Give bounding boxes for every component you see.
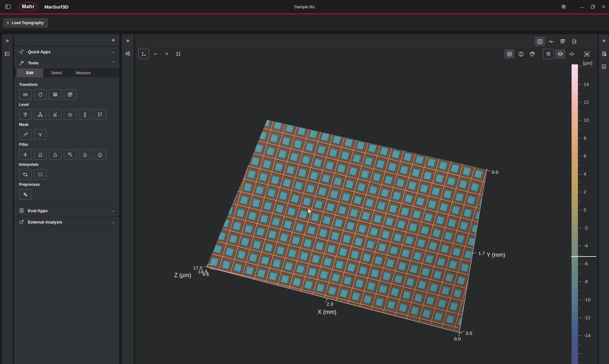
section-eval-apps[interactable]: Eval Apps ⌄ xyxy=(14,205,119,216)
tool-compress[interactable] xyxy=(19,149,32,160)
collapse-left-icon[interactable]: « xyxy=(112,37,115,43)
surface-mesh[interactable] xyxy=(206,120,486,332)
marsurf3d-window: Mahr MarSurf3D Sample.fits + Load Topogr… xyxy=(0,0,609,364)
group-transform xyxy=(19,89,114,100)
tool-threshold-mask[interactable] xyxy=(34,129,47,140)
expand-panel-icon[interactable]: » xyxy=(122,34,134,47)
tool-draw-mask[interactable] xyxy=(19,129,32,140)
z-axis-tick-mid: 4.6 xyxy=(202,271,209,277)
tool-rail: » xyxy=(122,34,134,364)
tool-profile-level[interactable] xyxy=(64,109,76,120)
group-preprocess xyxy=(19,189,114,200)
tab-edit[interactable]: Edit xyxy=(16,68,43,77)
tool-highpass-spread[interactable] xyxy=(94,149,106,160)
left-rail: » xyxy=(2,34,13,364)
document-title: Sample.fits xyxy=(0,4,609,9)
group-interpolate xyxy=(19,169,114,180)
y-axis-end: 0.0 xyxy=(492,169,498,175)
section-external-analysis[interactable]: External Analysis ⌄ xyxy=(14,216,119,228)
external-analysis-label: External Analysis xyxy=(28,220,112,224)
panel-toggle-icon[interactable] xyxy=(4,3,11,10)
tool-line-wise-level[interactable] xyxy=(49,109,62,120)
display-settings-icon[interactable] xyxy=(122,47,134,60)
tab-select[interactable]: Select xyxy=(43,68,70,77)
minimize-button[interactable] xyxy=(577,0,587,13)
right-rail: « xyxy=(599,34,609,364)
sidebar-header: « xyxy=(14,34,119,46)
tool-mirror[interactable] xyxy=(19,89,32,100)
group-level-label: Level xyxy=(19,102,114,107)
wrench-icon xyxy=(18,60,25,65)
group-level xyxy=(19,109,114,120)
tool-lowpass-cutoff[interactable] xyxy=(79,149,91,160)
x-axis-tick: 2.3 xyxy=(327,301,333,307)
close-button[interactable] xyxy=(598,0,609,13)
tool-auto-preprocess[interactable] xyxy=(19,189,32,200)
layer-list-icon[interactable] xyxy=(2,47,13,60)
external-link-icon xyxy=(18,219,25,224)
y-axis-origin: 0.0 xyxy=(454,336,461,341)
tool-three-point-level[interactable] xyxy=(34,109,47,120)
x-axis-max: 3.5 xyxy=(466,330,472,336)
surface-3d-scene[interactable]: 2.3 X (mm) 0.0 3.5 1.7 Y (mm) 0.0 17.5 -… xyxy=(135,34,598,364)
chevron-up-icon: ⌃ xyxy=(112,61,115,65)
restore-button[interactable] xyxy=(587,0,598,13)
tool-point-level[interactable] xyxy=(79,109,91,120)
group-mask xyxy=(19,129,114,140)
tool-crop-profile[interactable] xyxy=(64,89,76,100)
tool-resample[interactable] xyxy=(49,89,62,100)
plus-icon: + xyxy=(6,20,9,26)
section-quick-apps[interactable]: Quick Apps ⌄ xyxy=(14,46,119,57)
tool-custom-points-level[interactable] xyxy=(94,109,106,120)
load-topography-label: Load Topography xyxy=(12,21,43,25)
y-axis-tick: 1.7 xyxy=(478,250,485,256)
tool-groups: Transform Level Mask Filter xyxy=(14,77,119,205)
tools-label: Tools xyxy=(28,61,112,65)
group-filter-label: Filter xyxy=(19,142,114,147)
tool-rotate[interactable] xyxy=(34,89,47,100)
group-filter xyxy=(19,149,114,160)
tab-measure[interactable]: Measure xyxy=(70,68,96,77)
z-axis-label: Z (µm) xyxy=(174,272,191,278)
titlebar: Mahr MarSurf3D Sample.fits xyxy=(0,0,609,13)
tool-fill-region[interactable] xyxy=(34,169,47,180)
tools-sidebar: « Quick Apps ⌄ Tools ⌃ Edit Select Measu… xyxy=(14,34,119,364)
group-interpolate-label: Interpolate xyxy=(19,162,114,167)
eval-apps-label: Eval Apps xyxy=(28,208,112,213)
collapse-right-icon[interactable]: « xyxy=(599,34,609,47)
quick-apps-icon xyxy=(18,49,25,54)
load-topography-button[interactable]: + Load Topography xyxy=(3,18,48,28)
settings-gear-icon[interactable] xyxy=(558,0,569,13)
eval-apps-icon xyxy=(18,208,25,213)
quick-apps-label: Quick Apps xyxy=(28,49,112,54)
viewport-3d: − + xyxy=(135,34,598,364)
tool-gaussian-spread[interactable] xyxy=(34,149,47,160)
y-axis-label: Y (mm) xyxy=(487,252,505,258)
x-axis-label: X (mm) xyxy=(318,309,337,315)
expand-panel-icon[interactable]: » xyxy=(2,34,13,47)
report-info-icon[interactable] xyxy=(599,47,609,60)
actionbar: + Load Topography xyxy=(0,14,609,30)
chevron-down-icon: ⌄ xyxy=(112,208,115,213)
tools-tabs: Edit Select Measure xyxy=(14,68,119,77)
group-preprocess-label: Preprocess xyxy=(19,182,114,187)
chevron-down-icon: ⌄ xyxy=(112,220,115,224)
group-transform-label: Transform xyxy=(19,82,114,87)
group-mask-label: Mask xyxy=(19,122,114,127)
chevron-down-icon: ⌄ xyxy=(112,49,115,54)
brand-text: Mahr xyxy=(22,4,35,10)
app-name: MarSurf3D xyxy=(44,4,69,10)
tool-despike[interactable] xyxy=(64,149,76,160)
tool-gaussian-cutoff[interactable] xyxy=(49,149,62,160)
tool-plane-level[interactable] xyxy=(19,109,32,120)
mahr-logo: Mahr xyxy=(18,2,38,12)
histogram-icon[interactable] xyxy=(599,60,609,73)
tool-fill-polygon[interactable] xyxy=(19,169,32,180)
section-tools[interactable]: Tools ⌃ xyxy=(14,57,119,68)
